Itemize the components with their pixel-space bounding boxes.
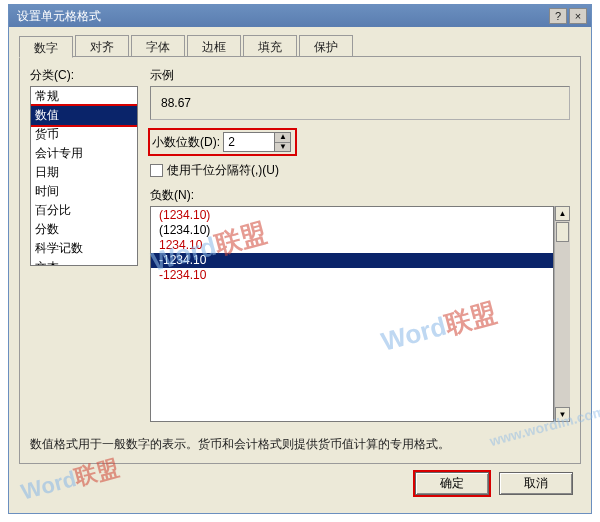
decimal-places-input[interactable] [224,133,274,151]
decimal-places-label: 小数位数(D): [152,134,220,151]
negative-format-item[interactable]: -1234.10 [151,253,553,268]
cancel-button[interactable]: 取消 [499,472,573,495]
category-item[interactable]: 会计专用 [31,144,137,163]
negative-format-item[interactable]: -1234.10 [151,268,553,283]
tab-panel: 分类(C): 常规数值货币会计专用日期时间百分比分数科学记数文本特殊自定义 示例… [19,56,581,464]
negative-format-item[interactable]: 1234.10 [151,238,553,253]
category-item[interactable]: 科学记数 [31,239,137,258]
category-label: 分类(C): [30,67,138,84]
negative-label: 负数(N): [150,187,570,204]
scroll-thumb[interactable] [556,222,569,242]
category-item[interactable]: 时间 [31,182,137,201]
category-list[interactable]: 常规数值货币会计专用日期时间百分比分数科学记数文本特殊自定义 [30,86,138,266]
tab-strip: 数字对齐字体边框填充保护 [19,35,581,57]
category-item[interactable]: 分数 [31,220,137,239]
settings-column: 示例 88.67 小数位数(D): ▲ ▼ [150,67,570,422]
tab-5[interactable]: 保护 [299,35,353,56]
tab-3[interactable]: 边框 [187,35,241,56]
decimal-places-group: 小数位数(D): ▲ ▼ [150,130,295,154]
dialog-buttons: 确定 取消 [19,464,581,503]
thousands-checkbox[interactable] [150,164,163,177]
sample-label: 示例 [150,67,570,84]
category-item[interactable]: 百分比 [31,201,137,220]
tab-1[interactable]: 对齐 [75,35,129,56]
window-title: 设置单元格格式 [13,8,547,25]
category-item[interactable]: 常规 [31,87,137,106]
negative-number-list[interactable]: (1234.10)(1234.10)1234.10-1234.10-1234.1… [150,206,554,422]
format-description: 数值格式用于一般数字的表示。货币和会计格式则提供货币值计算的专用格式。 [30,432,570,453]
scroll-up-icon[interactable]: ▲ [555,206,570,221]
tab-0[interactable]: 数字 [19,36,73,58]
sample-value: 88.67 [161,96,191,110]
sample-box: 88.67 [150,86,570,120]
category-column: 分类(C): 常规数值货币会计专用日期时间百分比分数科学记数文本特殊自定义 [30,67,138,422]
spinner-down-icon[interactable]: ▼ [275,143,290,152]
category-item[interactable]: 日期 [31,163,137,182]
negative-format-item[interactable]: (1234.10) [151,223,553,238]
tab-2[interactable]: 字体 [131,35,185,56]
help-button[interactable]: ? [549,8,567,24]
dialog-content: 数字对齐字体边框填充保护 分类(C): 常规数值货币会计专用日期时间百分比分数科… [9,27,591,513]
category-item[interactable]: 文本 [31,258,137,266]
dialog-window: 设置单元格格式 ? × 数字对齐字体边框填充保护 分类(C): 常规数值货币会计… [8,4,592,514]
negative-list-scrollbar[interactable]: ▲ ▼ [554,206,570,422]
decimal-places-spinner[interactable]: ▲ ▼ [223,132,291,152]
tab-4[interactable]: 填充 [243,35,297,56]
titlebar: 设置单元格格式 ? × [9,5,591,27]
thousands-label: 使用千位分隔符(,)(U) [167,162,279,179]
category-item[interactable]: 数值 [31,106,137,125]
category-item[interactable]: 货币 [31,125,137,144]
scroll-down-icon[interactable]: ▼ [555,407,570,422]
ok-button[interactable]: 确定 [415,472,489,495]
thousands-separator-row[interactable]: 使用千位分隔符(,)(U) [150,162,570,179]
close-button[interactable]: × [569,8,587,24]
negative-format-item[interactable]: (1234.10) [151,208,553,223]
